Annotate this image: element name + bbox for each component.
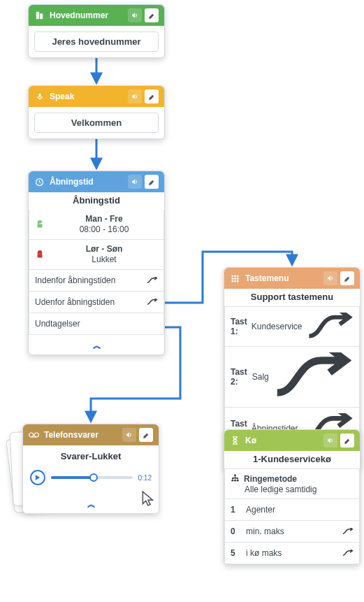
collapse-toggle[interactable]: ︽ — [23, 494, 159, 513]
chevron-up-icon: ︽ — [87, 499, 94, 509]
svg-point-18 — [231, 480, 233, 482]
card-queue[interactable]: Kø 1-Kundeservicekø Ringemetode Alle led… — [224, 429, 361, 565]
card-speak[interactable]: Speak Velkommen — [28, 85, 165, 139]
svg-rect-4 — [38, 224, 43, 227]
sound-button[interactable] — [323, 271, 337, 285]
ring-method-title: Ringemetode — [244, 474, 297, 484]
card-main-number[interactable]: Hovednummer Jeres hovednummer — [28, 4, 165, 58]
svg-point-8 — [231, 275, 233, 277]
edit-button[interactable] — [145, 89, 159, 103]
svg-rect-0 — [36, 12, 38, 20]
schedule-time: Lukket — [92, 255, 116, 264]
svg-point-9 — [234, 275, 236, 277]
sound-button[interactable] — [128, 175, 142, 189]
queue-count: 0 — [231, 526, 239, 536]
edit-button[interactable] — [145, 175, 159, 189]
sound-button[interactable] — [122, 428, 136, 442]
speak-label: Velkommen — [34, 113, 159, 133]
queue-row[interactable]: 0 min. maks — [224, 521, 360, 543]
svg-rect-1 — [40, 13, 43, 19]
key-option[interactable]: Tast 1: Kundeservice — [224, 306, 360, 347]
connector-icon — [273, 352, 354, 401]
lock-open-icon — [35, 220, 45, 229]
cursor-icon — [140, 489, 158, 508]
schedule-days: Man - Fre — [50, 214, 158, 224]
audio-slider[interactable] — [51, 476, 133, 479]
key-label: Kundeservice — [252, 322, 303, 331]
svg-point-20 — [237, 480, 239, 482]
branch-label: Undtagelser — [35, 319, 80, 329]
microphone-icon — [34, 92, 45, 102]
branch-inside-hours[interactable]: Indenfor åbningstiden — [29, 270, 164, 292]
card-opening-hours[interactable]: Åbningstid Åbningstid Man - Fre 08:00 - … — [28, 171, 165, 355]
queue-label: Agenter — [246, 505, 275, 515]
connector-icon — [147, 277, 158, 284]
voicemail-icon — [29, 430, 39, 440]
play-button[interactable] — [30, 470, 45, 485]
ring-method: Ringemetode Alle ledige samtidig — [224, 468, 360, 499]
voicemail-label: Svarer-Lukket — [29, 451, 153, 466]
svg-point-6 — [29, 433, 34, 437]
svg-point-11 — [231, 278, 233, 280]
clock-icon — [34, 177, 45, 187]
edit-button[interactable] — [139, 428, 153, 442]
schedule-time: 08:00 - 16:00 — [80, 224, 129, 234]
svg-point-15 — [234, 280, 236, 282]
svg-point-19 — [234, 480, 236, 482]
key-number: Tast 2: — [231, 367, 248, 387]
chevron-up-icon: ︽ — [93, 341, 100, 350]
svg-point-12 — [234, 278, 236, 280]
key-label: Salg — [252, 372, 269, 382]
queue-row[interactable]: 5 i kø maks — [224, 543, 360, 564]
hourglass-icon — [230, 436, 240, 446]
schedule-days: Lør - Søn — [50, 244, 158, 255]
connector-icon — [342, 550, 354, 557]
lock-closed-icon — [35, 250, 45, 259]
queue-row[interactable]: 1 Agenter — [224, 499, 360, 521]
card-title: Åbningstid — [50, 177, 94, 187]
branch-label: Indenfor åbningstiden — [35, 275, 115, 285]
branch-label: Udenfor åbningstiden — [35, 297, 115, 307]
svg-point-10 — [237, 275, 239, 277]
sound-button[interactable] — [128, 89, 142, 103]
queue-count: 1 — [231, 505, 239, 515]
sound-button[interactable] — [128, 8, 142, 22]
branch-exceptions[interactable]: Undtagelser — [29, 313, 164, 335]
building-icon — [34, 10, 45, 21]
svg-rect-2 — [38, 94, 41, 97]
card-title: Speak — [50, 92, 74, 101]
connector-icon — [307, 313, 354, 341]
svg-point-16 — [237, 280, 239, 282]
svg-point-14 — [231, 280, 233, 282]
schedule-row: Lør - Søn Lukket — [29, 240, 164, 270]
card-title: Hovednummer — [50, 10, 108, 20]
grid-icon — [230, 273, 240, 284]
connector-icon — [342, 528, 354, 535]
branch-outside-hours[interactable]: Udenfor åbningstiden — [29, 292, 164, 313]
hours-heading: Åbningstid — [29, 192, 164, 210]
card-voicemail[interactable]: Telefonsvarer Svarer-Lukket 0:12 ︽ — [22, 424, 159, 514]
queue-label: min. maks — [246, 526, 284, 536]
audio-duration: 0:12 — [138, 474, 152, 482]
svg-point-7 — [34, 433, 38, 437]
edit-button[interactable] — [145, 8, 159, 22]
keymenu-heading: Support tastemenu — [224, 289, 360, 306]
svg-point-13 — [237, 278, 239, 280]
key-option[interactable]: Tast 2: Salg — [224, 347, 360, 407]
ring-method-value: Alle ledige samtidig — [231, 485, 354, 494]
collapse-toggle[interactable]: ︽ — [29, 335, 164, 354]
queue-label: i kø maks — [246, 548, 282, 558]
sound-button[interactable] — [323, 433, 337, 447]
tree-icon — [231, 473, 240, 485]
connector-icon — [147, 299, 158, 306]
card-title: Telefonsvarer — [44, 430, 99, 440]
card-title: Tastemenu — [245, 273, 289, 283]
edit-button[interactable] — [340, 433, 354, 447]
queue-count: 5 — [231, 548, 239, 558]
main-number-label: Jeres hovednummer — [34, 31, 159, 52]
audio-player[interactable]: 0:12 — [29, 466, 153, 488]
edit-button[interactable] — [340, 271, 354, 285]
card-title: Kø — [245, 436, 256, 445]
queue-heading: 1-Kundeservicekø — [224, 451, 360, 468]
key-number: Tast 1: — [231, 317, 247, 336]
